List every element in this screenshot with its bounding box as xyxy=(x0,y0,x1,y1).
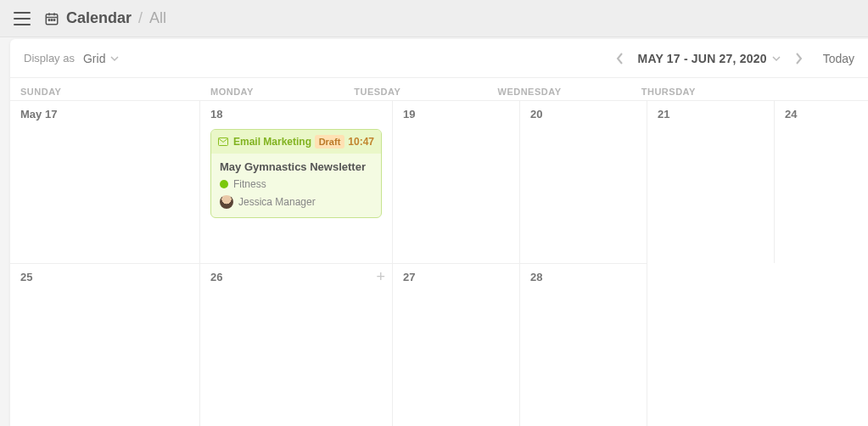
avatar xyxy=(220,195,233,209)
date-label: 20 xyxy=(530,108,636,121)
date-label: 26 xyxy=(210,271,382,283)
breadcrumb-subtitle[interactable]: All xyxy=(149,9,166,27)
page-title: Calendar xyxy=(66,9,132,27)
event-card[interactable]: Email Marketing Draft 10:47 May Gymnasti… xyxy=(210,129,382,218)
calendar-icon xyxy=(44,11,59,26)
calendar-cell[interactable]: 18 Email Marketing Draft 10:47 May Gymna… xyxy=(200,100,393,263)
date-label: 18 xyxy=(210,108,382,121)
prev-button[interactable] xyxy=(611,49,630,68)
breadcrumb-separator: / xyxy=(138,9,143,27)
date-label: 25 xyxy=(20,271,189,283)
event-title: May Gymnastics Newsletter xyxy=(220,160,372,173)
date-label: May 17 xyxy=(20,108,189,121)
svg-point-6 xyxy=(53,19,55,20)
display-as-label: Display as xyxy=(24,52,75,64)
day-header-thursday: THURSDAY xyxy=(631,78,775,100)
date-range-select[interactable]: MAY 17 - JUN 27, 2020 xyxy=(638,52,781,65)
status-badge: Draft xyxy=(315,135,345,149)
chevron-left-icon xyxy=(616,53,624,64)
calendar-cell[interactable]: 19 xyxy=(393,100,520,263)
calendar-cell[interactable]: 26 + xyxy=(200,263,393,426)
calendar-cell[interactable]: May 17 xyxy=(10,100,200,263)
event-time: 10:47 xyxy=(348,136,374,148)
chevron-down-icon xyxy=(772,54,781,63)
calendar-cell[interactable]: 21 xyxy=(647,100,775,263)
day-header-sunday: SUNDAY xyxy=(10,78,200,100)
date-range-label: MAY 17 - JUN 27, 2020 xyxy=(638,52,767,65)
calendar-cell[interactable]: 24 xyxy=(775,100,868,263)
mail-icon xyxy=(218,137,228,146)
calendar-cell[interactable]: 20 xyxy=(520,100,647,263)
chevron-right-icon xyxy=(794,53,803,64)
date-label: 27 xyxy=(403,271,509,283)
svg-point-5 xyxy=(51,19,53,20)
date-label: 28 xyxy=(530,271,636,283)
calendar-cell[interactable]: 28 xyxy=(520,263,647,426)
event-assignee: Jessica Manager xyxy=(220,195,372,209)
view-mode-select[interactable]: Grid xyxy=(83,52,119,65)
next-button[interactable] xyxy=(789,49,808,68)
event-assignee-name: Jessica Manager xyxy=(238,196,316,208)
date-label: 21 xyxy=(658,108,764,121)
calendar-cell[interactable]: 27 xyxy=(393,263,520,426)
date-label: 19 xyxy=(403,108,509,121)
menu-icon[interactable] xyxy=(14,12,31,25)
tag-dot-icon xyxy=(220,180,228,188)
day-header-wednesday: WEDNESDAY xyxy=(488,78,631,100)
view-mode-value: Grid xyxy=(83,52,105,65)
date-label: 24 xyxy=(785,108,858,121)
breadcrumb: Calendar / All xyxy=(66,9,166,27)
event-tag: Fitness xyxy=(220,178,372,190)
add-event-button[interactable]: + xyxy=(376,269,385,284)
chevron-down-icon xyxy=(110,54,119,63)
day-header-monday: MONDAY xyxy=(200,78,344,100)
today-button[interactable]: Today xyxy=(823,52,854,65)
day-header-tuesday: TUESDAY xyxy=(344,78,487,100)
event-tag-label: Fitness xyxy=(233,178,266,190)
event-category: Email Marketing xyxy=(233,136,311,148)
svg-point-4 xyxy=(48,19,50,20)
calendar-cell[interactable]: 25 xyxy=(10,263,200,426)
